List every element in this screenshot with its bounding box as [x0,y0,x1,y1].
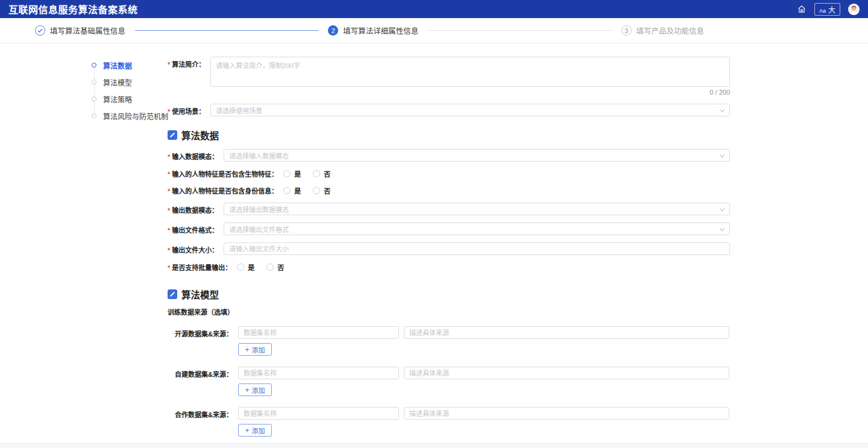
step-3[interactable]: 3 填写产品及功能信息 [621,25,705,36]
dataset-label: 合作数据集&来源： [175,409,233,419]
step-2-label: 填写算法详细属性信息 [343,25,418,36]
dataset-name-input[interactable] [238,367,399,379]
field-output-format: *输出文件格式： 请选择输出文件格式 [168,222,730,235]
anchor-dot-icon [92,113,96,118]
output-format-select[interactable]: 请选择输出文件格式 [224,222,730,235]
chevron-down-icon [720,107,725,112]
section-algorithm-model: 算法模型 [168,288,730,301]
step-3-label: 填写产品及功能信息 [637,25,705,36]
algorithm-intro-textarea[interactable] [210,57,730,87]
output-modality-select[interactable]: 请选择输出数据模态 [224,203,730,215]
bio-feature-radio-group: 是 否 [283,169,330,178]
radio-no[interactable]: 否 [266,262,284,272]
required-mark: * [168,227,170,234]
radio-yes[interactable]: 是 [283,169,301,178]
section-title: 算法数据 [181,128,219,142]
section-pen-icon [168,130,177,140]
radio-yes[interactable]: 是 [283,186,301,195]
anchor-dot-icon [92,96,96,101]
anchor-item-algorithm-strategy[interactable]: 算法策略 [92,90,182,107]
header-actions: Aa 大 [797,3,860,16]
add-button-label: 添加 [251,385,265,395]
field-control: 请选择输入数据模态 [224,149,730,162]
anchor-nav: 算法数据 算法模型 算法策略 算法风险与防范机制 [92,57,182,124]
required-mark: * [168,247,170,254]
dataset-row-opensource: 开源数据集&来源： + 添加 [168,326,730,356]
dataset-label: 自建数据集&来源： [175,369,233,379]
anchor-item-algorithm-risk[interactable]: 算法风险与防范机制 [92,107,182,124]
plus-icon: + [245,346,249,353]
anchor-item-algorithm-data[interactable]: 算法数据 [92,57,182,74]
field-output-modality: *输出数据模态： 请选择输出数据模态 [168,203,730,215]
section-title: 算法模型 [181,288,219,301]
required-mark: * [168,207,170,214]
output-size-input[interactable] [224,242,730,255]
step-1-check-icon [35,25,45,36]
required-mark: * [168,188,170,195]
required-mark: * [168,153,170,160]
anchor-dot-icon [92,63,96,68]
field-batch-output: *是否支持批量输出： 是 否 [168,262,730,272]
field-label: *输入的人物特征是否包含身份信息： [168,186,278,195]
field-usage-scene: *使用场景： 请选择使用场景 [168,104,730,116]
field-control: 请选择使用场景 [210,104,730,116]
field-control: 请选择输出文件格式 [224,222,730,235]
home-button[interactable] [797,4,807,14]
add-dataset-button[interactable]: + 添加 [238,383,272,396]
anchor-item-algorithm-model[interactable]: 算法模型 [92,74,182,90]
stepper: 填写算法基础属性信息 2 填写算法详细属性信息 3 填写产品及功能信息 [0,18,868,43]
dataset-name-input[interactable] [238,407,399,420]
field-label: *输出数据模态： [168,203,218,215]
usage-scene-select[interactable]: 请选择使用场景 [210,104,730,116]
anchor-item-label: 算法策略 [103,94,132,104]
field-label: *输出文件格式： [168,222,218,235]
select-placeholder: 请选择使用场景 [216,106,262,115]
char-counter: 0 / 200 [210,88,730,96]
step-2[interactable]: 2 填写算法详细属性信息 [328,25,418,36]
batch-output-radio-group: 是 否 [237,262,284,272]
field-control: 请选择输出数据模态 [224,203,730,215]
anchor-item-label: 算法模型 [103,77,132,87]
app-header: 互联网信息服务算法备案系统 Aa 大 [0,0,868,18]
chevron-down-icon [720,153,725,157]
dataset-source-input[interactable] [404,326,729,339]
radio-no[interactable]: 否 [313,169,330,178]
dataset-controls: + 添加 [238,407,729,437]
plus-icon: + [245,427,249,434]
field-label: *是否支持批量输出： [168,262,231,272]
step-2-number: 2 [328,25,338,36]
radio-icon [237,263,244,271]
select-placeholder: 请选择输出数据模态 [229,204,289,214]
radio-icon [283,170,291,177]
radio-icon [313,187,320,194]
font-size-toggle[interactable]: Aa 大 [814,3,840,16]
dataset-row-cooperative: 合作数据集&来源： + 添加 [168,407,730,437]
add-dataset-button[interactable]: + 添加 [238,424,272,437]
select-placeholder: 请选择输出文件格式 [229,224,289,234]
step-3-number: 3 [621,25,632,36]
page-title: 互联网信息服务算法备案系统 [8,2,138,16]
field-output-size: *输出文件大小： [168,242,730,255]
training-data-subtitle: 训练数据来源（选填） [168,307,730,317]
select-placeholder: 请选择输入数据模态 [229,151,289,160]
step-1[interactable]: 填写算法基础属性信息 [35,25,125,36]
font-size-toggle-da: 大 [828,4,835,14]
add-dataset-button[interactable]: + 添加 [238,343,272,356]
dataset-source-input[interactable] [404,407,729,420]
input-modality-select[interactable]: 请选择输入数据模态 [224,149,730,162]
section-pen-icon [168,289,177,299]
anchor-item-label: 算法风险与防范机制 [103,111,168,121]
section-algorithm-data: 算法数据 [168,128,730,142]
radio-yes[interactable]: 是 [237,262,254,272]
font-size-toggle-aa: Aa [819,8,826,14]
home-icon [797,5,806,13]
dataset-controls: + 添加 [238,326,729,356]
radio-no[interactable]: 否 [313,186,330,195]
dataset-name-input[interactable] [238,326,399,339]
step-connector-done [135,30,318,31]
dataset-inputs [238,367,729,379]
required-mark: * [168,171,170,178]
user-avatar[interactable] [848,4,860,15]
field-bio-feature: *输入的人物特征是否包含生物特征： 是 否 [168,169,730,178]
dataset-source-input[interactable] [404,367,729,379]
